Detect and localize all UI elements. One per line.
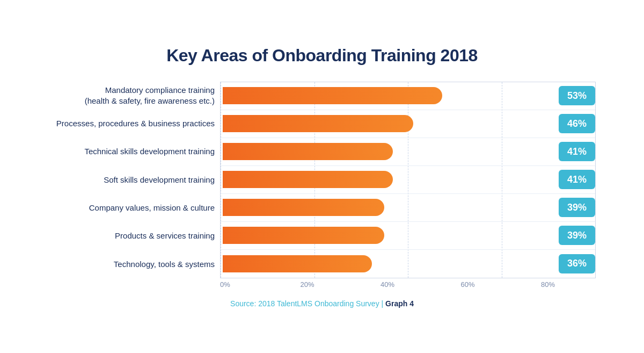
grid-line xyxy=(595,82,596,278)
x-tick: 60% xyxy=(461,280,541,289)
bar xyxy=(223,227,384,244)
value-badge: 46% xyxy=(559,114,595,133)
value-badge: 39% xyxy=(559,198,595,217)
chart-container: Key Areas of Onboarding Training 2018 Ma… xyxy=(27,35,617,319)
bar-label: Technical skills development training xyxy=(48,138,215,165)
value-badge: 53% xyxy=(559,86,595,105)
bar xyxy=(223,143,393,160)
chart-title: Key Areas of Onboarding Training 2018 xyxy=(48,46,596,66)
chart-body: Mandatory compliance training(health & s… xyxy=(48,82,596,278)
x-axis: 0%20%40%60%80% xyxy=(220,280,596,289)
bar-row: 36% xyxy=(221,250,595,278)
bar-row: 41% xyxy=(221,138,595,166)
bars-section: 53%46%41%41%39%39%36% xyxy=(220,82,596,278)
bar-wrapper xyxy=(221,115,554,132)
bar-label: Technology, tools & systems xyxy=(48,250,215,278)
bar-row: 39% xyxy=(221,194,595,222)
bar-wrapper xyxy=(221,255,554,272)
x-tick: 80% xyxy=(541,280,596,289)
x-tick: 20% xyxy=(301,280,381,289)
x-tick: 40% xyxy=(380,280,461,289)
value-badge: 36% xyxy=(559,254,595,273)
bar xyxy=(223,255,372,272)
bar-row: 41% xyxy=(221,166,595,194)
graph-label: Graph 4 xyxy=(385,299,414,308)
labels-column: Mandatory compliance training(health & s… xyxy=(48,82,220,278)
value-badge: 41% xyxy=(559,170,595,189)
bar-row: 39% xyxy=(221,222,595,250)
x-tick: 0% xyxy=(220,280,301,289)
source-text: Source: 2018 TalentLMS Onboarding Survey… xyxy=(230,299,385,308)
source-line: Source: 2018 TalentLMS Onboarding Survey… xyxy=(48,299,596,308)
bar-label: Processes, procedures & business practic… xyxy=(48,110,215,138)
bar-wrapper xyxy=(221,171,554,188)
bar-row: 53% xyxy=(221,82,595,110)
bar xyxy=(223,115,413,132)
bar-label: Company values, mission & culture xyxy=(48,194,215,222)
bar-label: Mandatory compliance training(health & s… xyxy=(48,82,215,110)
bar-label: Products & services training xyxy=(48,222,215,250)
bar-row: 46% xyxy=(221,110,595,138)
bar xyxy=(223,199,384,216)
bar-wrapper xyxy=(221,199,554,216)
value-badge: 41% xyxy=(559,142,595,161)
bar-wrapper xyxy=(221,227,554,244)
bar-wrapper xyxy=(221,143,554,160)
bar xyxy=(223,171,393,188)
bar xyxy=(223,87,442,104)
chart-area: Mandatory compliance training(health & s… xyxy=(48,82,596,289)
bar-label: Soft skills development training xyxy=(48,165,215,193)
bar-wrapper xyxy=(221,87,554,104)
value-badge: 39% xyxy=(559,226,595,245)
